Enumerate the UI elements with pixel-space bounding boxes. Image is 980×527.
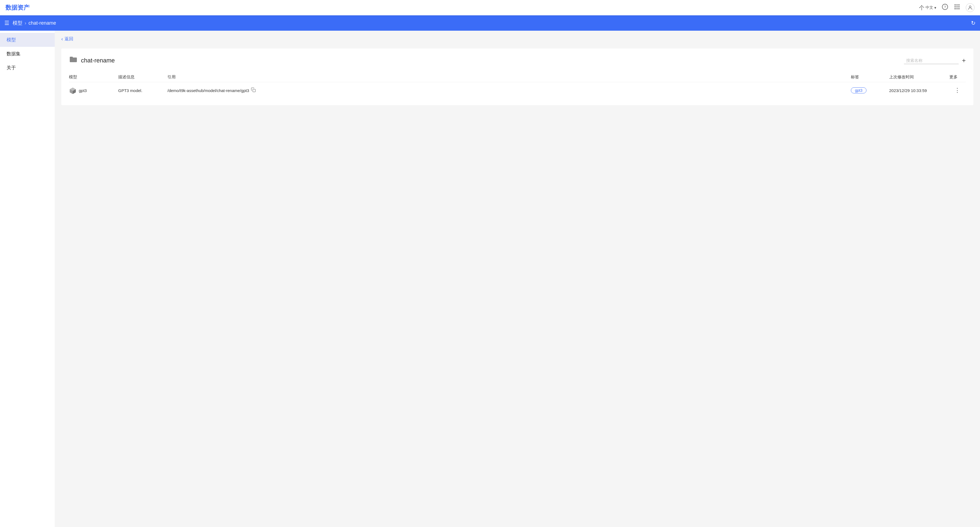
search-input[interactable] xyxy=(904,57,959,64)
breadcrumb-separator: › xyxy=(25,20,26,26)
panel-title: chat-rename xyxy=(81,57,115,64)
model-cube-icon xyxy=(69,86,76,94)
tag-chip: gpt3 xyxy=(851,87,867,93)
cell-reference: /demo/t9k-assethub/model/chat-rename/gpt… xyxy=(167,87,851,94)
svg-rect-3 xyxy=(956,5,958,5)
sidebar: 模型 数据集 关于 xyxy=(0,31,55,527)
help-icon[interactable]: ? xyxy=(942,3,948,12)
sidebar-item-model[interactable]: 模型 xyxy=(0,33,55,47)
lang-chevron-icon: ▾ xyxy=(934,5,936,10)
app-title: 数据资产 xyxy=(5,3,30,12)
panel-actions: + xyxy=(904,57,966,64)
sidebar-item-about[interactable]: 关于 xyxy=(0,61,55,75)
model-name-label: gpt3 xyxy=(79,88,87,93)
lang-label: 中文 xyxy=(926,5,933,10)
back-chevron-icon: ‹ xyxy=(61,36,63,42)
cell-model-name: gpt3 xyxy=(69,86,118,94)
copy-icon[interactable] xyxy=(251,87,256,94)
folder-icon xyxy=(69,55,78,66)
breadcrumb-current: chat-rename xyxy=(29,20,56,26)
breadcrumb-model[interactable]: 模型 xyxy=(13,20,22,26)
col-reference: 引用 xyxy=(167,75,851,80)
refresh-button[interactable]: ↻ xyxy=(971,20,975,26)
svg-rect-9 xyxy=(956,8,958,9)
last-modified-text: 2023/12/29 10:33:59 xyxy=(889,88,927,93)
svg-rect-5 xyxy=(955,6,956,7)
back-label: 返回 xyxy=(65,36,73,42)
lang-switcher[interactable]: 个 中文 ▾ xyxy=(919,4,936,11)
table-header: 模型 描述信息 引用 标签 上次修改时间 更多 xyxy=(69,72,966,82)
user-avatar[interactable] xyxy=(966,3,975,12)
add-button[interactable]: + xyxy=(962,57,966,64)
content-panel: chat-rename + 模型 描述信息 引用 标签 上次修改时间 更多 xyxy=(61,48,974,105)
translate-icon: 个 xyxy=(919,4,924,11)
panel-header: chat-rename + xyxy=(69,55,966,66)
cell-more[interactable]: ⋮ xyxy=(949,87,966,93)
main-layout: 模型 数据集 关于 ‹ 返回 chat-rename xyxy=(0,31,980,527)
apps-icon[interactable] xyxy=(954,3,960,12)
col-model: 模型 xyxy=(69,75,118,80)
description-text: GPT3 model. xyxy=(118,88,142,93)
panel-title-group: chat-rename xyxy=(69,55,115,66)
breadcrumb: 模型 › chat-rename xyxy=(13,20,56,26)
top-nav-right: 个 中文 ▾ ? xyxy=(919,3,975,12)
col-last-modified: 上次修改时间 xyxy=(889,75,949,80)
main-content: ‹ 返回 chat-rename + xyxy=(55,31,980,527)
svg-rect-4 xyxy=(958,5,959,5)
svg-text:?: ? xyxy=(944,5,946,9)
cell-tag: gpt3 xyxy=(851,87,889,93)
table-row: gpt3 GPT3 model. /demo/t9k-assethub/mode… xyxy=(69,82,966,99)
svg-point-11 xyxy=(969,6,971,8)
svg-rect-8 xyxy=(955,8,956,9)
svg-rect-16 xyxy=(253,89,255,92)
more-button[interactable]: ⋮ xyxy=(954,87,961,93)
reference-path-text: /demo/t9k-assethub/model/chat-rename/gpt… xyxy=(167,88,249,93)
sub-nav: ☰ 模型 › chat-rename ↻ xyxy=(0,15,980,31)
svg-rect-2 xyxy=(955,5,956,5)
sidebar-item-dataset[interactable]: 数据集 xyxy=(0,47,55,61)
search-input-wrap xyxy=(904,57,959,64)
cell-description: GPT3 model. xyxy=(118,88,167,93)
top-nav: 数据资产 个 中文 ▾ ? xyxy=(0,0,980,15)
svg-rect-10 xyxy=(958,8,959,9)
cell-last-modified: 2023/12/29 10:33:59 xyxy=(889,88,949,93)
menu-icon[interactable]: ☰ xyxy=(5,20,9,26)
back-link[interactable]: ‹ 返回 xyxy=(61,36,73,42)
svg-rect-6 xyxy=(956,6,958,7)
svg-rect-7 xyxy=(958,6,959,7)
col-more: 更多 xyxy=(949,75,966,80)
col-description: 描述信息 xyxy=(118,75,167,80)
col-tag: 标签 xyxy=(851,75,889,80)
